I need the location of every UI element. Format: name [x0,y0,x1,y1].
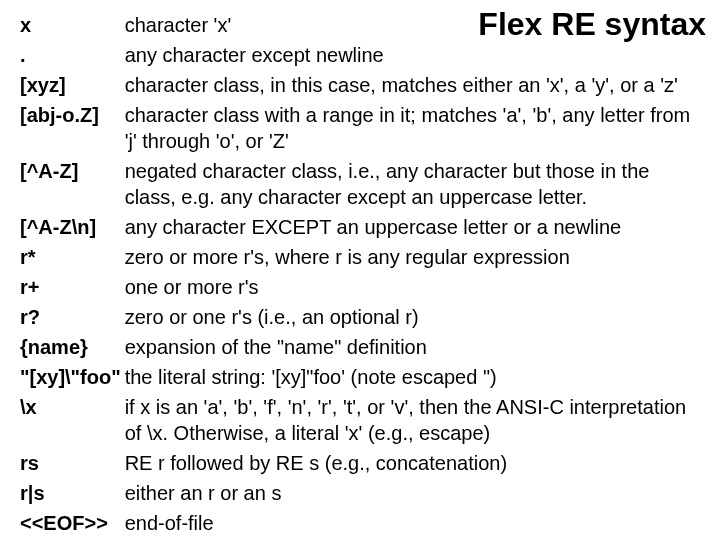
table-row: [xyz]character class, in this case, matc… [20,70,706,100]
pattern-cell: r? [20,302,125,332]
pattern-cell: {name} [20,332,125,362]
table-row: .any character except newline [20,40,706,70]
table-row: "[xy]\"foo"the literal string: '[xy]"foo… [20,362,706,392]
pattern-cell: rs [20,448,125,478]
table-row: [abj-o.Z]character class with a range in… [20,100,706,156]
description-cell: end-of-file [125,508,706,538]
pattern-cell: r* [20,242,125,272]
page-title: Flex RE syntax [478,6,706,43]
description-cell: character class, in this case, matches e… [125,70,706,100]
table-row: r?zero or one r's (i.e., an optional r) [20,302,706,332]
pattern-cell: [abj-o.Z] [20,100,125,156]
description-cell: expansion of the "name" definition [125,332,706,362]
pattern-cell: x [20,10,125,40]
table-row: <<EOF>>end-of-file [20,508,706,538]
description-cell: any character except newline [125,40,706,70]
description-cell: negated character class, i.e., any chara… [125,156,706,212]
pattern-cell: [^A-Z] [20,156,125,212]
description-cell: zero or one r's (i.e., an optional r) [125,302,706,332]
table-row: \xif x is an 'a', 'b', 'f', 'n', 'r', 't… [20,392,706,448]
description-cell: character class with a range in it; matc… [125,100,706,156]
pattern-cell: [^A-Z\n] [20,212,125,242]
pattern-cell: r|s [20,478,125,508]
table-row: r*zero or more r's, where r is any regul… [20,242,706,272]
syntax-table: xcharacter 'x'.any character except newl… [20,10,706,538]
pattern-cell: . [20,40,125,70]
description-cell: one or more r's [125,272,706,302]
description-cell: if x is an 'a', 'b', 'f', 'n', 'r', 't',… [125,392,706,448]
pattern-cell: <<EOF>> [20,508,125,538]
description-cell: zero or more r's, where r is any regular… [125,242,706,272]
table-row: r+one or more r's [20,272,706,302]
table-row: [^A-Z]negated character class, i.e., any… [20,156,706,212]
description-cell: RE r followed by RE s (e.g., concatenati… [125,448,706,478]
description-cell: any character EXCEPT an uppercase letter… [125,212,706,242]
description-cell: either an r or an s [125,478,706,508]
pattern-cell: r+ [20,272,125,302]
pattern-cell: "[xy]\"foo" [20,362,125,392]
table-row: [^A-Z\n]any character EXCEPT an uppercas… [20,212,706,242]
description-cell: the literal string: '[xy]"foo' (note esc… [125,362,706,392]
pattern-cell: [xyz] [20,70,125,100]
table-row: rsRE r followed by RE s (e.g., concatena… [20,448,706,478]
table-row: {name}expansion of the "name" definition [20,332,706,362]
pattern-cell: \x [20,392,125,448]
table-row: r|seither an r or an s [20,478,706,508]
